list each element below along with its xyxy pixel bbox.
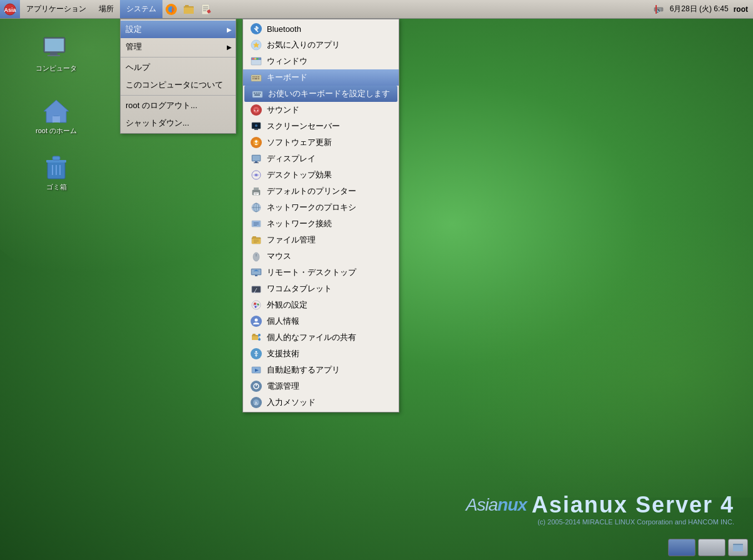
settings-personal-info[interactable]: 個人情報	[243, 313, 399, 329]
menu-item-settings[interactable]: 設定 ▶	[121, 21, 236, 38]
menu-item-shutdown[interactable]: シャットダウン...	[121, 114, 236, 132]
settings-input-method[interactable]: あ 入力メソッド	[243, 394, 399, 411]
wacom-label: ワコムタブレット	[267, 283, 332, 294]
mouse-label: マウス	[267, 251, 291, 262]
settings-sound[interactable]: サウンド	[243, 102, 399, 118]
svg-rect-59	[254, 162, 259, 163]
svg-point-32	[254, 58, 256, 60]
network-conn-icon	[251, 218, 262, 229]
svg-text:あ: あ	[254, 401, 258, 406]
about-label: このコンピュータについて	[126, 79, 223, 91]
display-label: ディスプレイ	[267, 153, 316, 164]
window-label: ウィンドウ	[267, 56, 307, 67]
menu-item-manage[interactable]: 管理 ▶	[121, 38, 236, 56]
settings-display[interactable]: ディスプレイ	[243, 151, 399, 167]
settings-remote-desktop[interactable]: リモート・デスクトップ	[243, 264, 399, 281]
settings-network-conn[interactable]: ネットワーク接続	[243, 216, 399, 232]
taskbar-apps[interactable]: アプリケーション	[20, 0, 92, 18]
svg-rect-66	[254, 194, 257, 195]
network-proxy-icon	[251, 202, 262, 213]
taskbar-places[interactable]: 場所	[92, 0, 120, 18]
menu-item-about[interactable]: このコンピュータについて	[121, 76, 236, 94]
svg-rect-36	[254, 76, 256, 78]
taskbar-system[interactable]: システム	[120, 0, 162, 18]
settings-keyboard[interactable]: キーボード	[243, 69, 399, 86]
appearance-label: 外観の設定	[267, 299, 307, 311]
settings-power[interactable]: 電源管理	[243, 378, 399, 394]
svg-point-31	[252, 58, 254, 60]
trash-icon-label: ゴミ箱	[46, 182, 67, 191]
software-update-icon	[251, 137, 262, 148]
svg-point-95	[255, 306, 257, 308]
asianux-logo: Asianux	[466, 495, 527, 515]
network-conn-label: ネットワーク接続	[267, 218, 332, 229]
menu-item-help[interactable]: ヘルプ	[121, 59, 236, 76]
power-icon	[251, 381, 262, 392]
settings-printer[interactable]: デフォルトのプリンター	[243, 183, 399, 199]
keyboard-label: キーボード	[267, 72, 307, 83]
mouse-icon	[251, 251, 262, 262]
menu-item-logout[interactable]: root のログアウト...	[121, 97, 236, 114]
menu-sep-1	[121, 57, 236, 58]
svg-point-33	[257, 58, 259, 60]
settings-keyboard-setup[interactable]: お使いのキーボードを設定します	[244, 86, 397, 102]
copyright-text: (c) 2005-2014 MIRACLE LINUX Corporation …	[466, 518, 734, 526]
sound-icon	[251, 104, 262, 116]
system-menu: 設定 ▶ 管理 ▶ ヘルプ このコンピュータについて root のログアウト..…	[120, 19, 236, 134]
settings-accessibility[interactable]: 支援技術	[243, 346, 399, 362]
taskbar-filemanager[interactable]	[180, 0, 197, 18]
settings-arrow: ▶	[227, 26, 232, 33]
keyboard-icon	[251, 72, 262, 83]
settings-bluetooth[interactable]: Bluetooth	[243, 21, 399, 37]
svg-rect-23	[52, 156, 60, 160]
keyboard-setup-icon	[252, 88, 263, 99]
settings-appearance[interactable]: 外観の設定	[243, 297, 399, 313]
desktop-icon-computer[interactable]: コンピュータ	[31, 31, 81, 75]
svg-rect-47	[254, 94, 260, 96]
bottom-bar	[0, 535, 753, 560]
svg-point-52	[255, 124, 257, 127]
settings-software-update[interactable]: ソフトウェア更新	[243, 134, 399, 151]
personal-info-label: 個人情報	[267, 316, 299, 327]
settings-desktop-effects[interactable]: デスクトップ効果	[243, 167, 399, 183]
settings-network-proxy[interactable]: ネットワークのプロキシ	[243, 199, 399, 216]
settings-startup-apps[interactable]: 自動起動するアプリ	[243, 362, 399, 378]
svg-text:🔊: 🔊	[656, 8, 661, 13]
tray-volume[interactable]: 🔊	[652, 3, 665, 16]
svg-rect-74	[254, 224, 259, 224]
taskbar-asia-icon[interactable]: Asia	[0, 0, 20, 18]
window-icon	[251, 56, 262, 67]
settings-file-sharing[interactable]: 個人的なファイルの共有	[243, 329, 399, 346]
taskbar-firefox[interactable]	[162, 0, 180, 18]
fav-apps-icon	[251, 39, 262, 51]
svg-rect-87	[255, 275, 257, 276]
svg-rect-75	[254, 225, 257, 226]
workspace-btn-1[interactable]	[668, 539, 696, 556]
workspace-btn-2[interactable]	[698, 539, 726, 556]
settings-wacom[interactable]: ワコムタブレット	[243, 281, 399, 297]
settings-file-manage[interactable]: ファイル管理	[243, 232, 399, 248]
server-text: Asianux Server 4	[532, 492, 734, 518]
desktop-icon-trash[interactable]: ゴミ箱	[31, 150, 81, 194]
svg-rect-40	[254, 78, 257, 79]
svg-point-61	[255, 174, 257, 176]
svg-rect-45	[257, 92, 259, 94]
settings-window[interactable]: ウィンドウ	[243, 53, 399, 69]
svg-rect-63	[254, 188, 259, 190]
settings-fav-apps[interactable]: お気に入りのアプリ	[243, 37, 399, 53]
bluetooth-icon	[251, 23, 262, 34]
trash-svg-icon	[41, 152, 71, 182]
taskbar-editor[interactable]	[197, 0, 215, 18]
wacom-icon	[251, 283, 262, 294]
desktop-icon-home[interactable]: root のホーム	[31, 94, 81, 138]
personal-info-icon	[251, 316, 262, 327]
taskbar-right: 🔊 6月28日 (火) 6:45 root	[652, 3, 753, 16]
file-manager-btn[interactable]	[728, 539, 748, 556]
svg-rect-57	[252, 156, 260, 161]
svg-rect-111	[733, 545, 743, 551]
home-icon-label: root のホーム	[36, 126, 77, 135]
settings-screensaver[interactable]: スクリーンセーバー	[243, 118, 399, 134]
settings-mouse[interactable]: マウス	[243, 248, 399, 264]
startup-apps-label: 自動起動するアプリ	[267, 364, 340, 376]
taskbar-clock: 6月28日 (火) 6:45	[670, 4, 729, 14]
